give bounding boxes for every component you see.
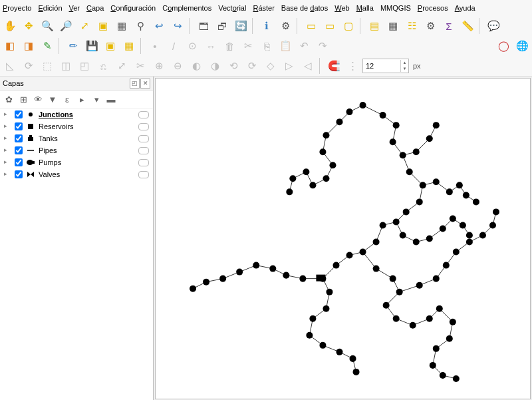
- layer-row-pipes[interactable]: ▸Pipes: [0, 144, 153, 156]
- menu-vectorial[interactable]: Vectorial: [218, 4, 246, 12]
- layer-styling-icon[interactable]: ✿: [3, 93, 15, 105]
- menu-capa[interactable]: Capa: [86, 4, 104, 12]
- layer-row-pumps[interactable]: ▸Pumps: [0, 156, 153, 168]
- menu-ayuda[interactable]: Ayuda: [455, 4, 475, 12]
- layer-row-junctions[interactable]: ▸Junctions: [0, 108, 153, 120]
- layer-row-tanks[interactable]: ▸Tanks: [0, 132, 153, 144]
- expression-filter-icon[interactable]: ε: [61, 93, 73, 105]
- paste-features[interactable]: 📋: [277, 37, 294, 55]
- adv-digitize-6[interactable]: ⎌: [94, 57, 112, 75]
- plugin-icon-b[interactable]: 🌐: [513, 37, 531, 55]
- add-vector-layer[interactable]: ◧: [1, 37, 19, 55]
- statistical-summary[interactable]: ☷: [403, 17, 420, 35]
- adv-digitize-10[interactable]: ⊖: [169, 57, 186, 75]
- snapping-tolerance-input[interactable]: [363, 60, 400, 72]
- map-tips[interactable]: 💬: [485, 17, 502, 35]
- digitize-line[interactable]: /: [165, 37, 182, 55]
- plugin-icon-a[interactable]: ◯: [495, 37, 512, 55]
- save-edits[interactable]: 💾: [83, 37, 100, 55]
- refresh[interactable]: 🔄: [232, 17, 249, 35]
- layer-visibility-checkbox[interactable]: [15, 170, 23, 178]
- deselect-all[interactable]: ▢: [340, 17, 357, 35]
- adv-digitize-4[interactable]: ◫: [57, 57, 74, 75]
- zoom-next[interactable]: ↪: [169, 17, 186, 35]
- zoom-in[interactable]: 🔍: [39, 17, 56, 35]
- menu-mmqgis[interactable]: MMQGIS: [380, 4, 411, 12]
- measure-line[interactable]: 📏: [459, 17, 476, 35]
- tree-expand-icon[interactable]: ▸: [4, 135, 9, 140]
- pan-tool[interactable]: ✋: [1, 17, 19, 35]
- spin-up[interactable]: ▲: [400, 60, 408, 66]
- zoom-to-selection[interactable]: ▣: [94, 17, 112, 35]
- remove-layer-icon[interactable]: ▬: [105, 93, 117, 105]
- adv-digitize-8[interactable]: ✂: [132, 57, 149, 75]
- menu-procesos[interactable]: Procesos: [418, 4, 448, 12]
- new-3d-view[interactable]: 🗗: [213, 17, 231, 35]
- menu-configuración[interactable]: Configuración: [110, 4, 156, 12]
- menu-base-de-datos[interactable]: Base de datos: [281, 4, 328, 12]
- tree-expand-icon[interactable]: ▸: [4, 159, 9, 164]
- toggle-editing[interactable]: ✏: [65, 37, 82, 55]
- layer-visibility-checkbox[interactable]: [15, 158, 23, 166]
- tree-expand-icon[interactable]: ▸: [4, 111, 9, 116]
- expand-all-icon[interactable]: ▸: [76, 93, 88, 105]
- zoom-last[interactable]: ↩: [150, 17, 168, 35]
- layer-row-valves[interactable]: ▸Valves: [0, 168, 153, 180]
- adv-digitize-14[interactable]: ⟳: [243, 57, 261, 75]
- layer-visibility-checkbox[interactable]: [15, 146, 23, 154]
- identify-tool[interactable]: ℹ: [258, 17, 275, 35]
- adv-digitize-3[interactable]: ⬚: [39, 57, 56, 75]
- action-tool[interactable]: ⚙: [277, 17, 294, 35]
- snapping-config[interactable]: ⋮: [344, 57, 361, 75]
- cut-features[interactable]: ✂: [239, 37, 257, 55]
- toolbox-icon[interactable]: ⚙: [422, 17, 439, 35]
- layer-visibility-checkbox[interactable]: [15, 110, 23, 118]
- menu-proyecto[interactable]: Proyecto: [3, 4, 31, 12]
- add-group-icon[interactable]: ⊞: [17, 93, 29, 105]
- new-map-view[interactable]: 🗔: [195, 17, 212, 35]
- adv-digitize-12[interactable]: ◑: [206, 57, 223, 75]
- collapse-all-icon[interactable]: ▾: [90, 93, 102, 105]
- copy-features[interactable]: ⎘: [258, 37, 275, 55]
- snapping-tolerance[interactable]: ▲ ▼: [362, 59, 409, 73]
- map-canvas[interactable]: [155, 78, 531, 399]
- snapping-toggle[interactable]: 🧲: [325, 57, 342, 75]
- current-edits[interactable]: ▣: [102, 37, 119, 55]
- adv-digitize-5[interactable]: ◰: [76, 57, 93, 75]
- vertex-tool[interactable]: ⊙: [184, 37, 201, 55]
- undo-edit[interactable]: ↶: [295, 37, 313, 55]
- spin-down[interactable]: ▼: [400, 66, 408, 72]
- measure-tool[interactable]: Σ: [440, 17, 458, 35]
- delete-selected[interactable]: 🗑: [221, 37, 238, 55]
- menu-ráster[interactable]: Ráster: [253, 4, 274, 12]
- field-calculator[interactable]: ▦: [384, 17, 402, 35]
- panel-close-icon[interactable]: ✕: [140, 79, 150, 89]
- tree-expand-icon[interactable]: ▸: [4, 147, 9, 152]
- digitize-point[interactable]: •: [146, 37, 164, 55]
- layer-row-reservoirs[interactable]: ▸Reservoirs: [0, 120, 153, 132]
- adv-digitize-9[interactable]: ⊕: [150, 57, 168, 75]
- layer-visibility-checkbox[interactable]: [15, 134, 23, 142]
- adv-digitize-17[interactable]: ◁: [299, 57, 317, 75]
- adv-digitize-16[interactable]: ▷: [281, 57, 298, 75]
- manage-visibility-icon[interactable]: 👁: [32, 93, 44, 105]
- adv-digitize-11[interactable]: ◐: [188, 57, 205, 75]
- adv-digitize-1[interactable]: ◺: [1, 57, 19, 75]
- zoom-native[interactable]: ⚲: [132, 17, 149, 35]
- menu-web[interactable]: Web: [334, 4, 349, 12]
- tree-expand-icon[interactable]: ▸: [4, 123, 9, 128]
- pan-to-selection[interactable]: ✥: [20, 17, 37, 35]
- open-attribute-table[interactable]: ▤: [366, 17, 383, 35]
- add-raster-layer[interactable]: ◨: [20, 37, 37, 55]
- menu-ver[interactable]: Ver: [69, 4, 80, 12]
- redo-edit[interactable]: ↷: [314, 37, 331, 55]
- menu-malla[interactable]: Malla: [356, 4, 374, 12]
- zoom-full[interactable]: ⤢: [76, 17, 93, 35]
- move-feature[interactable]: ↔: [202, 37, 219, 55]
- adv-digitize-7[interactable]: ⤢: [113, 57, 130, 75]
- select-features[interactable]: ▭: [303, 17, 320, 35]
- select-by-value[interactable]: ▭: [321, 17, 338, 35]
- adv-digitize-2[interactable]: ⟳: [20, 57, 37, 75]
- new-shapefile[interactable]: ✎: [39, 37, 56, 55]
- panel-undock-icon[interactable]: ◰: [130, 79, 140, 89]
